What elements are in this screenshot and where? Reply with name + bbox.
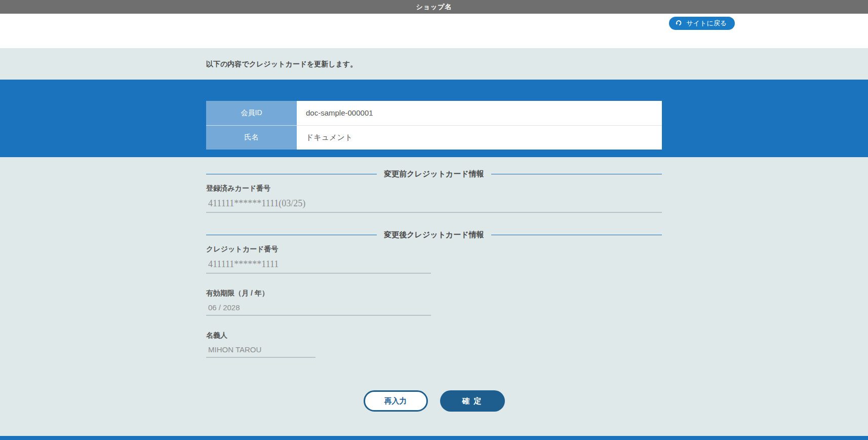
notice-strip: 以下の内容でクレジットカードを更新します。 (0, 48, 868, 80)
expiry-label: 有効期限（月 / 年） (206, 289, 662, 298)
action-button-row: 再入力 確 定 (206, 390, 662, 412)
member-id-value: doc-sample-000001 (297, 101, 662, 125)
section-divider-line (206, 174, 377, 174)
main-content: 変更前クレジットカード情報 登録済みカード番号 411111******1111… (0, 157, 868, 436)
reenter-button[interactable]: 再入力 (364, 390, 428, 412)
footer-strip (0, 436, 868, 440)
expiry-field: 有効期限（月 / 年） 06 / 2028 (206, 289, 662, 316)
section-title-before: 変更前クレジットカード情報 (384, 169, 484, 179)
section-divider-line (206, 235, 377, 235)
registered-card-value: 411111******1111(03/25) (206, 197, 662, 213)
expiry-value: 06 / 2028 (206, 302, 431, 316)
back-to-site-label: サイトに戻る (686, 19, 727, 28)
holder-name-value: MIHON TAROU (206, 344, 315, 358)
table-row-member-id: 会員ID doc-sample-000001 (206, 101, 662, 125)
registered-card-label: 登録済みカード番号 (206, 184, 662, 193)
back-to-site-button[interactable]: サイトに戻る (669, 17, 735, 30)
shop-title-bar: ショップ名 (0, 0, 868, 14)
member-info-banner: 会員ID doc-sample-000001 氏名 ドキュメント (0, 80, 868, 157)
section-divider-line (491, 235, 662, 235)
holder-name-field: 名義人 MIHON TAROU (206, 331, 662, 358)
shop-name: ショップ名 (416, 3, 452, 12)
holder-name-label: 名義人 (206, 331, 662, 340)
return-arrow-icon (675, 20, 682, 27)
section-header-before: 変更前クレジットカード情報 (206, 157, 662, 179)
confirm-button[interactable]: 確 定 (440, 390, 505, 412)
member-info-table: 会員ID doc-sample-000001 氏名 ドキュメント (206, 101, 662, 150)
notice-message: 以下の内容でクレジットカードを更新します。 (206, 60, 357, 68)
page-header: サイトに戻る (0, 14, 868, 48)
registered-card-field: 登録済みカード番号 411111******1111(03/25) (206, 184, 662, 213)
member-name-value: ドキュメント (297, 125, 662, 150)
section-divider-line (491, 174, 662, 174)
card-number-field: クレジットカード番号 411111******1111 (206, 245, 662, 274)
card-number-label: クレジットカード番号 (206, 245, 662, 254)
member-id-label: 会員ID (206, 101, 297, 125)
member-name-label: 氏名 (206, 125, 297, 150)
card-number-value: 411111******1111 (206, 258, 431, 274)
table-row-name: 氏名 ドキュメント (206, 125, 662, 150)
section-title-after: 変更後クレジットカード情報 (384, 230, 484, 240)
section-header-after: 変更後クレジットカード情報 (206, 213, 662, 240)
